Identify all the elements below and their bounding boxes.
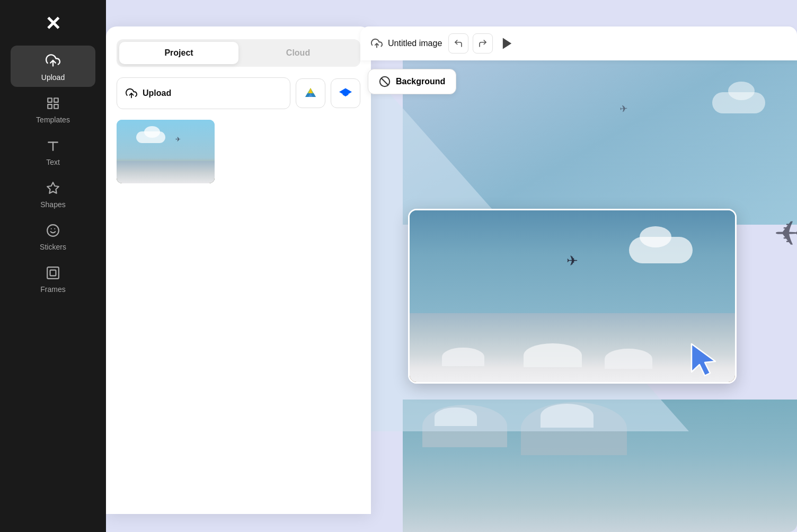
topbar-actions bbox=[448, 33, 517, 54]
svg-point-7 bbox=[47, 225, 59, 236]
image-snow2 bbox=[524, 343, 582, 367]
upload-nav-icon bbox=[46, 53, 60, 70]
sidebar-item-templates[interactable]: Templates bbox=[11, 89, 95, 129]
svg-marker-17 bbox=[692, 344, 715, 376]
drive-icon bbox=[304, 87, 317, 100]
svg-rect-11 bbox=[50, 270, 56, 276]
sidebar-item-stickers[interactable]: Stickers bbox=[11, 216, 95, 256]
sidebar-item-text[interactable]: Text bbox=[11, 131, 95, 172]
export-button[interactable] bbox=[497, 33, 517, 54]
upload-button-label: Upload bbox=[143, 88, 171, 98]
sidebar-item-frames[interactable]: Frames bbox=[11, 259, 95, 299]
undo-button[interactable] bbox=[448, 33, 468, 54]
bg-top-cloud1-puff bbox=[728, 82, 755, 100]
upload-button[interactable]: Upload bbox=[117, 77, 290, 109]
svg-rect-4 bbox=[54, 104, 58, 109]
sidebar-upload-label: Upload bbox=[41, 73, 65, 82]
topbar-left: Untitled image bbox=[371, 38, 442, 49]
svg-rect-1 bbox=[48, 98, 52, 102]
image-snow3 bbox=[605, 349, 652, 369]
sidebar-stickers-label: Stickers bbox=[40, 243, 66, 251]
sidebar-text-label: Text bbox=[46, 158, 60, 166]
export-icon bbox=[500, 36, 515, 51]
panel-tabs: Project Cloud bbox=[117, 39, 360, 67]
redo-icon bbox=[478, 39, 488, 48]
background-badge[interactable]: Background bbox=[368, 69, 456, 94]
thumbnail-plane: ✈ bbox=[175, 136, 181, 143]
undo-icon bbox=[454, 39, 463, 48]
text-nav-icon bbox=[46, 139, 60, 155]
shapes-nav-icon bbox=[46, 181, 60, 197]
cursor-arrow bbox=[689, 341, 721, 378]
media-grid: ✈ bbox=[117, 120, 360, 183]
upload-controls: Upload bbox=[117, 77, 360, 109]
redo-button[interactable] bbox=[473, 33, 493, 54]
sidebar: ✕ Upload Templates bbox=[0, 0, 106, 532]
tab-cloud[interactable]: Cloud bbox=[238, 42, 358, 64]
background-badge-icon bbox=[379, 76, 391, 87]
svg-line-16 bbox=[382, 78, 388, 85]
image-plane: ✈ bbox=[566, 253, 578, 269]
svg-rect-10 bbox=[47, 267, 59, 279]
image-snow1 bbox=[442, 348, 484, 366]
sidebar-shapes-label: Shapes bbox=[40, 200, 65, 209]
thumbnail-item[interactable]: ✈ bbox=[117, 120, 215, 183]
canvas-title: Untitled image bbox=[388, 39, 442, 48]
right-airplane-partial: ✈ bbox=[774, 214, 797, 253]
svg-rect-3 bbox=[48, 104, 52, 109]
image-cloud bbox=[629, 237, 693, 263]
stickers-nav-icon bbox=[46, 224, 60, 240]
thumbnail-mountain bbox=[117, 161, 215, 183]
tab-project[interactable]: Project bbox=[119, 42, 238, 64]
logo-icon: ✕ bbox=[45, 14, 61, 33]
svg-rect-2 bbox=[54, 98, 58, 102]
google-drive-button[interactable] bbox=[296, 78, 325, 108]
sidebar-item-shapes[interactable]: Shapes bbox=[11, 174, 95, 214]
canvas-area[interactable]: ✈ ✈ ✈ bbox=[360, 60, 797, 532]
topbar-cloud-icon bbox=[371, 38, 383, 49]
sidebar-frames-label: Frames bbox=[40, 285, 65, 294]
app-logo: ✕ bbox=[40, 11, 66, 37]
dropbox-icon bbox=[339, 87, 352, 100]
topbar: Untitled image bbox=[360, 26, 797, 60]
sidebar-item-upload[interactable]: Upload bbox=[11, 46, 95, 87]
upload-button-icon bbox=[126, 87, 137, 99]
thumbnail-cloud-puff bbox=[144, 126, 160, 138]
sidebar-templates-label: Templates bbox=[36, 116, 70, 124]
dropbox-button[interactable] bbox=[331, 78, 360, 108]
upload-panel: Project Cloud Upload bbox=[106, 26, 371, 514]
selected-image[interactable]: ✈ bbox=[408, 209, 737, 384]
background-badge-label: Background bbox=[396, 77, 445, 86]
frames-nav-icon bbox=[46, 266, 60, 282]
svg-marker-14 bbox=[503, 38, 511, 49]
templates-nav-icon bbox=[46, 96, 60, 112]
